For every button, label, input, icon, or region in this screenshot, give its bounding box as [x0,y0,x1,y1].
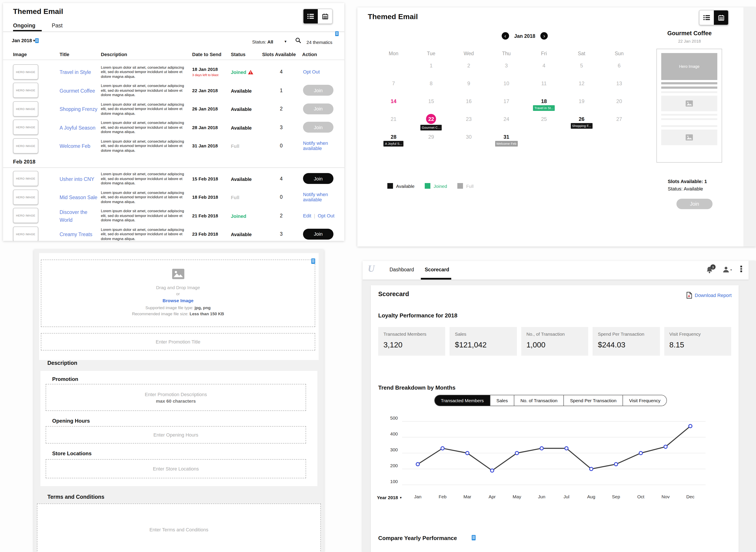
calendar-day[interactable]: 16 [466,98,472,115]
opt-out-link[interactable]: Opt Out [318,213,334,218]
event-chip[interactable]: Welcome Feb [495,141,517,147]
calendar-day[interactable]: 17 [503,98,509,115]
row-status: Full [231,142,260,150]
search-icon[interactable] [295,37,301,43]
calendar-view-button[interactable] [714,10,728,25]
store-locations-input[interactable]: Enter Store Locations [46,459,306,478]
tab-scorecard[interactable]: Scorecard [425,267,449,272]
calendar-day[interactable]: 30 [466,134,472,150]
list-view-button[interactable] [700,10,714,25]
edit-link[interactable]: Edit [303,213,311,218]
calendar-day[interactable]: 22Gourmet C... [421,116,442,133]
calendar-day[interactable]: 18Travel in St... [533,98,555,115]
action-link[interactable]: Opt Out [303,70,320,75]
calendar-day[interactable]: 13 [616,81,622,97]
calendar-day[interactable]: 10 [503,81,509,97]
terms-input[interactable]: Enter Terms and Conditions [37,504,321,552]
month-filter[interactable]: Jan 2018 ▾ [12,38,35,43]
calendar-day[interactable]: 3 [505,62,508,79]
calendar-day[interactable]: 27 [616,116,622,133]
profile-caret-icon[interactable]: ▾ [730,268,732,272]
calendar-day[interactable]: 25 [541,116,547,133]
tab-ongoing[interactable]: Ongoing [13,23,35,29]
opening-hours-input[interactable]: Enter Opening Hours [46,426,306,443]
trend-tab-no-of-transaction[interactable]: No. of Transaction [514,395,564,406]
join-button-disabled[interactable]: Join [303,104,333,114]
hero-image-placeholder: HERO IMAGE [13,83,38,98]
trend-tab-transacted-members[interactable]: Transacted Members [435,395,490,406]
calendar-day[interactable]: 23 [466,116,472,133]
calendar-day[interactable]: 31Welcome Feb [495,134,517,150]
trend-tab-sales[interactable]: Sales [490,395,514,406]
list-view-button[interactable] [303,9,318,23]
note-marker-icon[interactable] [35,37,39,45]
join-button-disabled[interactable]: Join [676,199,713,209]
image-dropzone[interactable]: Drag and Drop Image or Browse Image Supp… [41,260,315,327]
calendar-day[interactable]: 1 [430,62,433,79]
row-title-link[interactable]: A Joyful Season [59,125,96,130]
note-marker-icon[interactable] [335,30,339,38]
calendar-day[interactable]: 15 [428,98,434,115]
status-filter-caret-icon[interactable]: ▼ [284,39,287,43]
event-chip[interactable]: A Joyful S... [384,141,404,147]
selected-day[interactable]: 22 [426,114,436,124]
promotion-description-input[interactable]: Enter Promotion Descriptions max 60 char… [46,384,306,411]
note-marker-icon[interactable] [472,534,476,542]
calendar-day[interactable]: 14 [391,98,397,115]
status-filter-value[interactable]: All [267,39,273,44]
trend-tab-visit-frequency[interactable]: Visit Frequency [622,395,666,406]
calendar-day[interactable]: 2 [467,62,470,79]
row-title-link[interactable]: Discover the World [59,210,88,223]
trend-tab-spend-per-transaction[interactable]: Spend Per Transaction [564,395,623,406]
next-month-button[interactable]: › [541,32,548,39]
row-title-link[interactable]: Creamy Treats [59,232,93,237]
event-chip[interactable]: Travel in St... [533,105,555,111]
calendar-view-button[interactable] [318,9,332,23]
join-button[interactable]: Join [303,229,333,240]
tab-dashboard[interactable]: Dashboard [390,267,414,272]
profile-icon[interactable] [723,266,730,273]
year-filter[interactable]: Year 2018 ▼ [377,495,402,500]
calendar-day[interactable]: 6 [618,62,621,79]
join-button[interactable]: Join [303,173,333,184]
tab-past[interactable]: Past [52,23,62,29]
kebab-menu-icon[interactable] [740,266,742,272]
day-header: Wed [464,51,474,61]
row-title-link[interactable]: Travel in Style [59,70,91,75]
slots-value: 4 [260,176,303,181]
download-report[interactable]: A Download Report [687,292,732,299]
calendar-day[interactable]: 29 [428,134,434,150]
list-view-icon [704,15,710,20]
row-title-link[interactable]: Mid Season Sale [59,195,97,200]
join-button-disabled[interactable]: Join [303,85,333,96]
row-title-link[interactable]: Welcome Feb [59,144,90,149]
note-marker-icon[interactable] [311,258,315,266]
calendar-day[interactable]: 26Shopping F... [571,116,593,133]
calendar-day[interactable]: 12 [579,81,585,97]
calendar-day[interactable]: 4 [543,62,546,79]
svg-text:400: 400 [390,431,398,436]
calendar-day[interactable]: 5 [580,62,583,79]
calendar-day[interactable]: 9 [467,81,470,97]
promotion-title-input[interactable]: Enter Promotion Title [41,333,315,351]
row-title-link[interactable]: Gourmet Coffee [59,88,95,94]
join-button-disabled[interactable]: Join [303,122,333,133]
hero-image-placeholder: HERO IMAGE [13,189,38,205]
calendar-day[interactable]: 21 [391,116,397,133]
calendar-day[interactable]: 19 [579,98,585,115]
event-chip[interactable]: Gourmet C... [421,125,442,130]
calendar-day[interactable]: 7 [392,81,395,97]
calendar-day[interactable]: 11 [541,81,547,97]
prev-month-button[interactable]: ‹ [501,32,509,39]
row-title-link[interactable]: Usher into CNY [59,176,94,182]
action-link[interactable]: Notify when available [303,192,328,202]
calendar-day[interactable]: 24 [503,116,509,133]
event-chip[interactable]: Shopping F... [571,123,593,129]
browse-image-link[interactable]: Browse Image [163,298,193,303]
svg-text:200: 200 [390,463,398,468]
calendar-day[interactable]: 20 [616,98,622,115]
calendar-day[interactable]: 28A Joyful S... [384,134,404,150]
action-link[interactable]: Notify when available [303,141,328,151]
calendar-day[interactable]: 8 [430,81,433,97]
row-title-link[interactable]: Shopping Frenzy [59,107,97,112]
